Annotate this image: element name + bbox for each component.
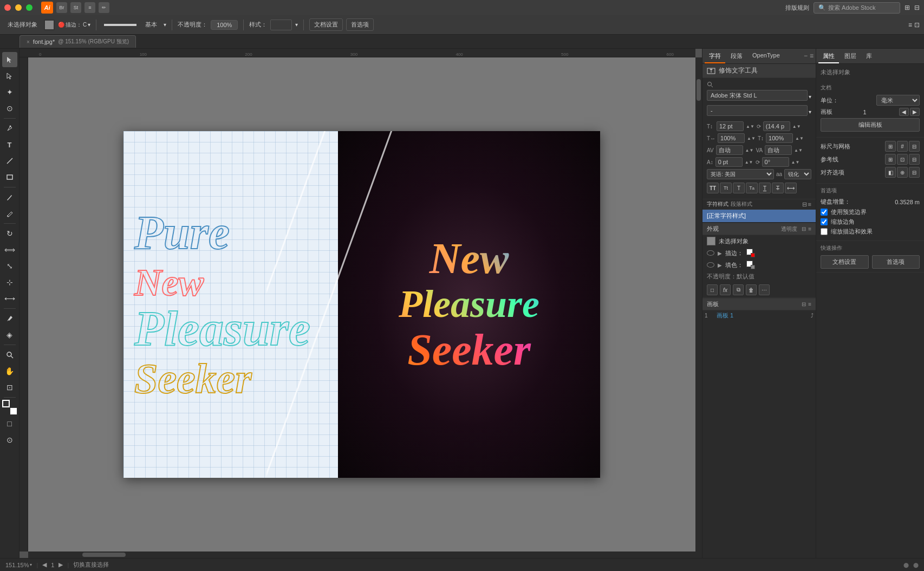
leading-spin[interactable]: ▲▼	[792, 124, 801, 129]
stroke-arrow[interactable]: ▾	[88, 22, 90, 28]
stroke-row[interactable]: ▶ 描边：	[702, 247, 816, 259]
artboard-item-1[interactable]: 1 画板 1 ⤴	[702, 310, 816, 321]
canvas-viewport[interactable]: 画板 1 Pure New Pleasure Seeker	[28, 57, 695, 551]
panel-icon-1[interactable]: ⊞	[905, 4, 910, 11]
expand-fill[interactable]: ▶	[718, 262, 722, 268]
scrollbar-right[interactable]	[695, 57, 702, 558]
scrollbar-bottom[interactable]	[28, 551, 695, 558]
baseline-spin[interactable]: ▲▼	[745, 160, 753, 165]
font-style-arrow[interactable]: ▾	[809, 109, 811, 115]
eyedropper-btn[interactable]	[2, 311, 17, 326]
panel-icon-2[interactable]: ⊟	[914, 4, 920, 11]
scale-h-spin[interactable]: ▲▼	[747, 136, 756, 141]
opacity-value[interactable]: 100%	[211, 20, 238, 30]
magic-wand-btn[interactable]: ✦	[2, 85, 17, 100]
kerning-spin[interactable]: ▲▼	[745, 148, 754, 153]
expand-stroke[interactable]: ▶	[718, 250, 722, 256]
bridge-icon[interactable]: Br	[56, 2, 67, 13]
base-style[interactable]: 基本	[142, 20, 160, 30]
fill-stroke-widget[interactable]	[2, 400, 17, 415]
artboard-collapse[interactable]: ⊟	[802, 301, 806, 307]
use-preview-bounds-check[interactable]	[821, 209, 828, 216]
fill-color-swatch[interactable]	[44, 20, 55, 30]
snap-icon-1[interactable]: ◧	[885, 167, 896, 178]
base-arrow[interactable]: ▾	[164, 22, 166, 28]
font-family-arrow[interactable]: ▾	[809, 94, 811, 100]
guide-icon-1[interactable]: ⊞	[885, 154, 896, 165]
zoom-value[interactable]: 151.15%	[5, 562, 29, 568]
ruler-icon-3[interactable]: ⊟	[909, 141, 920, 152]
minimize-button[interactable]	[15, 4, 22, 11]
tab-properties[interactable]: 属性	[818, 50, 839, 63]
artboard[interactable]: 画板 1 Pure New Pleasure Seeker	[123, 131, 600, 478]
style-preview[interactable]	[270, 20, 292, 30]
char-style-tab[interactable]: 字符样式	[707, 200, 728, 208]
tab-character[interactable]: 字符	[705, 50, 725, 63]
eye-visibility-fill[interactable]	[707, 261, 714, 269]
snap-icon-3[interactable]: ⊟	[909, 167, 920, 178]
pen-btn[interactable]	[2, 121, 17, 136]
stroke-control[interactable]: 🔴 描边： C ▾	[58, 21, 90, 29]
rotate-btn[interactable]: ↻	[2, 226, 17, 241]
leading-input[interactable]	[763, 121, 790, 131]
style-menu[interactable]: ≡	[808, 201, 811, 208]
language-select[interactable]: 英语: 美国	[707, 169, 774, 179]
tab-close-button[interactable]: ×	[27, 39, 30, 45]
zoom-btn[interactable]	[2, 347, 17, 362]
panel-menu[interactable]: ≡	[810, 52, 814, 60]
tt-icon-7[interactable]: ⟷	[785, 183, 797, 193]
ruler-icon-1[interactable]: ⊞	[885, 141, 896, 152]
units-select[interactable]: 毫米	[876, 95, 920, 106]
tab-libraries[interactable]: 库	[862, 50, 876, 63]
preferences-button[interactable]: 首选项	[346, 18, 374, 31]
tracking-input[interactable]	[765, 145, 792, 155]
tt-icon-3[interactable]: T	[733, 183, 745, 193]
tab-paragraph[interactable]: 段落	[726, 50, 747, 63]
edit-artboard-btn[interactable]: 编辑画板	[821, 118, 920, 132]
tab-layers[interactable]: 图层	[840, 50, 861, 63]
rect-btn[interactable]	[2, 170, 17, 185]
tracking-spin[interactable]: ▲▼	[794, 148, 803, 153]
maximize-button[interactable]	[26, 4, 32, 11]
direct-selection-btn[interactable]	[2, 68, 17, 83]
prev-artboard[interactable]: ◀	[899, 108, 909, 116]
selection-tool-btn[interactable]	[2, 52, 17, 67]
guide-icon-2[interactable]: ⊡	[897, 154, 908, 165]
scale-v-spin[interactable]: ▲▼	[795, 136, 804, 141]
type-btn[interactable]: T	[2, 137, 17, 152]
scale-v-input[interactable]	[766, 133, 793, 143]
stroke-swatch[interactable]	[746, 249, 755, 257]
copy-icon[interactable]: ⧉	[733, 284, 744, 295]
rotate-input[interactable]	[762, 157, 789, 167]
para-style-tab[interactable]: 段落样式	[731, 200, 752, 208]
pencil-btn[interactable]	[2, 206, 17, 221]
draw-inside-btn[interactable]: ⊙	[2, 432, 17, 447]
blend-btn[interactable]: ◈	[2, 327, 17, 342]
snap-icon-2[interactable]: ⊕	[897, 167, 908, 178]
rotate-spin[interactable]: ▲▼	[791, 160, 800, 165]
size-spin-up[interactable]: ▲▼	[746, 124, 754, 129]
lasso-btn[interactable]: ⊙	[2, 101, 17, 116]
toolbar-icon-2[interactable]: ⊡	[914, 21, 920, 29]
fx-icon[interactable]: fx	[720, 284, 731, 295]
scale-strokes-check[interactable]	[821, 228, 828, 235]
delete-icon[interactable]: 🗑	[746, 284, 757, 295]
line-btn[interactable]	[2, 153, 17, 168]
file-tab[interactable]: × font.jpg* @ 151.15% (RGB/GPU 预览)	[19, 35, 136, 48]
font-family-input[interactable]	[707, 90, 808, 101]
paintbrush-btn[interactable]	[2, 190, 17, 205]
panel-minimize[interactable]: −	[804, 52, 808, 60]
font-style-input[interactable]	[707, 105, 808, 116]
close-button[interactable]	[4, 4, 11, 11]
kerning-input[interactable]	[716, 145, 743, 155]
hand-btn[interactable]: ✋	[2, 364, 17, 379]
artboard-btn[interactable]: ⊡	[2, 380, 17, 395]
width-btn[interactable]: ⟷	[2, 291, 17, 306]
stock-icon[interactable]: St	[70, 2, 81, 13]
ruler-icon-2[interactable]: #	[897, 141, 908, 152]
style-arrow[interactable]: ▾	[295, 22, 298, 28]
pen-icon[interactable]: ✏	[99, 2, 109, 13]
scale-corners-check[interactable]	[821, 218, 828, 225]
fill-row[interactable]: ▶ 填色：	[702, 259, 816, 271]
baseline-input[interactable]	[715, 157, 743, 167]
